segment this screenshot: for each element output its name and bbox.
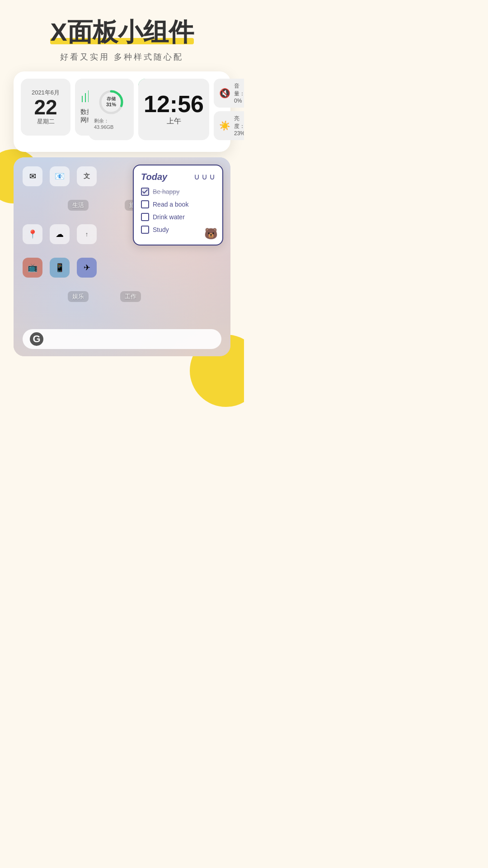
widget-row-2: 存储 31% 剩余：43.96GB 12:56 上午 🔇 音量：0% bbox=[89, 79, 170, 140]
brightness-cell[interactable]: ☀️ 亮度：23% bbox=[214, 111, 244, 140]
volume-cell[interactable]: 🔇 音量：0% bbox=[214, 79, 244, 108]
phone-screen: ✉ 📧 文 生活 旅行 📍 ☁ ↑ 📺 📱 ✈ bbox=[14, 157, 230, 356]
clock-cell: 12:56 上午 bbox=[138, 79, 209, 140]
app-label-work[interactable]: 工作 bbox=[120, 291, 141, 302]
todo-text-2: Read a book bbox=[153, 201, 188, 208]
app-row-1: 生活 旅行 bbox=[23, 200, 145, 211]
brightness-icon: ☀️ bbox=[219, 120, 230, 131]
volume-label: 音量：0% bbox=[234, 82, 244, 104]
folder-icon-mail[interactable]: ✉ bbox=[23, 166, 42, 186]
search-bar[interactable]: G bbox=[23, 329, 221, 349]
clock-time: 12:56 bbox=[144, 92, 204, 116]
widget-row-1: 2021年6月 22 星期二 数据网络 bbox=[21, 79, 84, 136]
volume-icon: 🔇 bbox=[219, 88, 230, 99]
widget-panel: 2021年6月 22 星期二 数据网络 bbox=[14, 71, 230, 152]
main-container: 2021年6月 22 星期二 数据网络 bbox=[14, 71, 230, 356]
page-title: X面板小组件 bbox=[50, 18, 193, 46]
storage-remaining: 剩余：43.96GB bbox=[94, 118, 128, 130]
todo-checkbox-4 bbox=[141, 226, 149, 234]
folder-icon-map[interactable]: 📍 bbox=[23, 224, 42, 244]
app-icon-2[interactable]: 📱 bbox=[50, 258, 70, 278]
todo-item-read[interactable]: Read a book bbox=[141, 200, 215, 208]
header-section: X面板小组件 好看又实用 多种样式随心配 bbox=[0, 0, 244, 62]
right-controls: 🔇 音量：0% ☀️ 亮度：23% bbox=[214, 79, 244, 140]
app-icon-3[interactable]: ✈ bbox=[77, 258, 97, 278]
folder-icon-cloud[interactable]: ☁ bbox=[50, 224, 70, 244]
today-spirals: ∪ ∪ ∪ bbox=[194, 172, 215, 182]
app-label-entertainment[interactable]: 娱乐 bbox=[68, 291, 89, 302]
storage-ring: 存储 31% bbox=[98, 89, 125, 116]
folder-row-2: 📍 ☁ ↑ bbox=[23, 224, 145, 244]
today-widget-header: Today ∪ ∪ ∪ bbox=[141, 172, 215, 182]
storage-cell: 存储 31% 剩余：43.96GB bbox=[89, 79, 134, 140]
app-row-2: 娱乐 工作 bbox=[23, 291, 145, 302]
bear-decoration: 🐻 bbox=[204, 227, 218, 240]
svg-rect-3 bbox=[82, 96, 83, 102]
svg-rect-1 bbox=[85, 93, 86, 102]
brightness-label: 亮度：23% bbox=[234, 115, 244, 137]
today-widget: Today ∪ ∪ ∪ Be happy Read a book bbox=[133, 165, 223, 245]
app-label-life[interactable]: 生活 bbox=[68, 200, 89, 211]
todo-text-1: Be happy bbox=[153, 188, 179, 195]
folder-row-3: 📺 📱 ✈ bbox=[23, 258, 145, 278]
todo-text-4: Study bbox=[153, 226, 169, 233]
spiral-2: ∪ bbox=[202, 172, 207, 182]
clock-ampm: 上午 bbox=[167, 117, 181, 126]
todo-text-3: Drink water bbox=[153, 213, 185, 221]
todo-checkbox-3 bbox=[141, 213, 149, 221]
google-logo: G bbox=[30, 332, 43, 346]
spiral-3: ∪ bbox=[209, 172, 215, 182]
todo-item-water[interactable]: Drink water bbox=[141, 213, 215, 221]
date-day: 22 bbox=[34, 97, 57, 118]
folder-row-1: ✉ 📧 文 bbox=[23, 166, 145, 186]
app-icon-1[interactable]: 📺 bbox=[23, 258, 42, 278]
today-title: Today bbox=[141, 172, 167, 182]
todo-checkbox-2 bbox=[141, 200, 149, 208]
storage-percent: 存储 31% bbox=[106, 97, 116, 108]
todo-checkbox-1 bbox=[141, 188, 149, 196]
folder-icon-up[interactable]: ↑ bbox=[77, 224, 97, 244]
folder-icon-email[interactable]: 📧 bbox=[50, 166, 70, 186]
date-cell: 2021年6月 22 星期二 bbox=[21, 79, 70, 136]
spiral-1: ∪ bbox=[194, 172, 200, 182]
folder-icon-text[interactable]: 文 bbox=[77, 166, 97, 186]
header-subtitle: 好看又实用 多种样式随心配 bbox=[0, 52, 244, 62]
date-weekday: 星期二 bbox=[37, 118, 55, 126]
app-grid: ✉ 📧 文 生活 旅行 📍 ☁ ↑ 📺 📱 ✈ bbox=[23, 166, 145, 302]
todo-item-be-happy[interactable]: Be happy bbox=[141, 188, 215, 196]
